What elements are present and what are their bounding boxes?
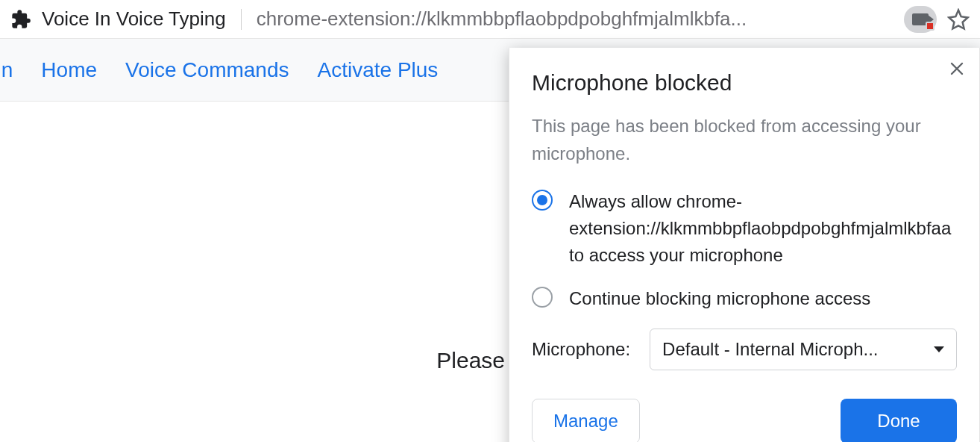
brand-fragment: In <box>0 58 13 82</box>
address-title: Voice In Voice Typing <box>42 7 226 31</box>
microphone-select[interactable]: Default - Internal Microph... <box>650 329 957 370</box>
address-separator <box>241 9 242 30</box>
nav-link-activate-plus[interactable]: Activate Plus <box>318 58 439 82</box>
blocked-badge-icon <box>926 22 935 31</box>
extension-icon <box>10 9 31 30</box>
radio-option-block[interactable]: Continue blocking microphone access <box>532 285 957 312</box>
microphone-selected-value: Default - Internal Microph... <box>662 339 878 360</box>
address-url[interactable]: chrome-extension://klkmmbbpflaobpdpobghf… <box>257 7 886 31</box>
permission-indicator[interactable] <box>904 6 937 33</box>
radio-label: Continue blocking microphone access <box>569 285 870 312</box>
radio-option-allow[interactable]: Always allow chrome-extension://klkmmbbp… <box>532 188 957 269</box>
radio-label: Always allow chrome-extension://klkmmbbp… <box>569 188 957 269</box>
radio-icon[interactable] <box>532 287 553 308</box>
nav-link-home[interactable]: Home <box>41 58 97 82</box>
popover-title: Microphone blocked <box>532 70 957 96</box>
bookmark-star-icon[interactable] <box>947 8 970 31</box>
address-bar: Voice In Voice Typing chrome-extension:/… <box>0 0 980 39</box>
radio-icon[interactable] <box>532 190 553 211</box>
permission-popover: Microphone blocked This page has been bl… <box>509 48 980 442</box>
close-button[interactable] <box>948 60 966 81</box>
manage-button[interactable]: Manage <box>532 399 640 442</box>
popover-description: This page has been blocked from accessin… <box>532 112 957 167</box>
nav-link-voice-commands[interactable]: Voice Commands <box>125 58 289 82</box>
done-button[interactable]: Done <box>841 399 957 442</box>
microphone-label: Microphone: <box>532 339 630 360</box>
chevron-down-icon <box>934 346 944 352</box>
